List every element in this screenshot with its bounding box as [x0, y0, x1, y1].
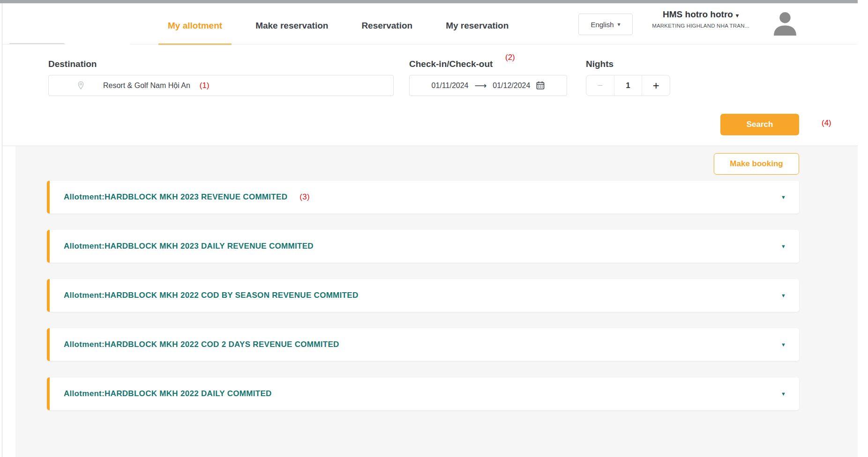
nights-value: 1 — [614, 75, 642, 96]
checkin-date: 01/11/2024 — [432, 81, 469, 90]
row-accent-bar — [47, 328, 50, 361]
main-nav: My allotment Make reservation Reservatio… — [158, 7, 518, 44]
tab-reservation[interactable]: Reservation — [352, 7, 422, 44]
allotment-title: Allotment:HARDBLOCK MKH 2022 COD 2 DAYS … — [64, 328, 339, 361]
header-bottom-border — [2, 44, 858, 44]
allotment-row[interactable]: Allotment:HARDBLOCK MKH 2023 REVENUE COM… — [47, 181, 799, 214]
user-organization: MARKETING HIGHLAND NHA TRAN... — [635, 23, 766, 29]
row-accent-bar — [47, 230, 50, 263]
expand-caret-icon[interactable]: ▼ — [781, 230, 786, 263]
person-icon — [770, 9, 800, 38]
destination-label: Destination — [48, 59, 97, 69]
expand-caret-icon[interactable]: ▼ — [781, 328, 786, 361]
header: My allotment Make reservation Reservatio… — [2, 3, 858, 41]
tab-label: Reservation — [361, 21, 412, 30]
chevron-down-icon: ▾ — [618, 22, 621, 27]
make-booking-button[interactable]: Make booking — [714, 153, 799, 175]
annotation-4: (4) — [822, 118, 831, 128]
app-window: My allotment Make reservation Reservatio… — [0, 0, 868, 457]
expand-caret-icon[interactable]: ▼ — [781, 279, 786, 312]
allotment-row[interactable]: Allotment:HARDBLOCK MKH 2022 DAILY COMMI… — [47, 377, 799, 410]
tab-label: My allotment — [168, 21, 222, 30]
row-accent-bar — [47, 279, 50, 312]
expand-caret-icon[interactable]: ▼ — [781, 181, 786, 214]
date-range-input[interactable]: 01/11/2024 ⟶ 01/12/2024 — [409, 75, 567, 96]
checkout-date: 01/12/2024 — [493, 81, 530, 90]
row-accent-bar — [47, 377, 50, 410]
allotment-title: Allotment:HARDBLOCK MKH 2022 COD BY SEAS… — [64, 279, 359, 312]
row-accent-bar — [47, 181, 50, 214]
header-border-left-segment — [9, 43, 69, 44]
tab-label: Make reservation — [255, 21, 328, 30]
minus-button[interactable]: − — [586, 75, 614, 96]
destination-input[interactable]: Resort & Golf Nam Hội An (1) — [48, 75, 394, 96]
tab-label: My reservation — [446, 21, 509, 30]
allotment-title: Allotment:HARDBLOCK MKH 2023 DAILY REVEN… — [64, 230, 314, 263]
tab-my-reservation[interactable]: My reservation — [436, 7, 518, 44]
dates-label: Check-in/Check-out — [409, 59, 493, 69]
allotment-row[interactable]: Allotment:HARDBLOCK MKH 2022 COD 2 DAYS … — [47, 328, 799, 361]
header-tab-notch — [62, 42, 130, 47]
allotment-row[interactable]: Allotment:HARDBLOCK MKH 2023 DAILY REVEN… — [47, 230, 799, 263]
user-menu[interactable]: HMS hotro hotro▾ MARKETING HIGHLAND NHA … — [635, 9, 766, 29]
allotment-title: Allotment:HARDBLOCK MKH 2023 REVENUE COM… — [64, 181, 310, 214]
tab-my-allotment[interactable]: My allotment — [158, 7, 232, 44]
language-label: English — [591, 21, 614, 29]
expand-caret-icon[interactable]: ▼ — [781, 377, 786, 410]
user-name: HMS hotro hotro▾ — [635, 9, 766, 20]
arrow-right-icon: ⟶ — [475, 81, 487, 90]
language-selector[interactable]: English ▾ — [578, 14, 633, 35]
annotation-1: (1) — [200, 81, 210, 90]
nights-label: Nights — [586, 59, 614, 69]
calendar-icon[interactable] — [536, 81, 545, 90]
avatar[interactable] — [770, 9, 800, 38]
plus-button[interactable]: + — [642, 75, 670, 96]
tab-make-reservation[interactable]: Make reservation — [246, 7, 337, 44]
window-top-edge — [0, 0, 858, 3]
destination-value: Resort & Golf Nam Hội An — [103, 81, 190, 90]
window-left-border — [2, 3, 2, 457]
chevron-down-icon: ▾ — [736, 12, 739, 19]
location-pin-icon — [77, 81, 85, 90]
annotation-2: (2) — [505, 53, 515, 62]
nights-stepper: − 1 + — [586, 75, 670, 96]
allotment-title: Allotment:HARDBLOCK MKH 2022 DAILY COMMI… — [64, 377, 272, 410]
search-button[interactable]: Search — [720, 114, 799, 135]
allotment-row[interactable]: Allotment:HARDBLOCK MKH 2022 COD BY SEAS… — [47, 279, 799, 312]
annotation-3: (3) — [299, 192, 310, 202]
